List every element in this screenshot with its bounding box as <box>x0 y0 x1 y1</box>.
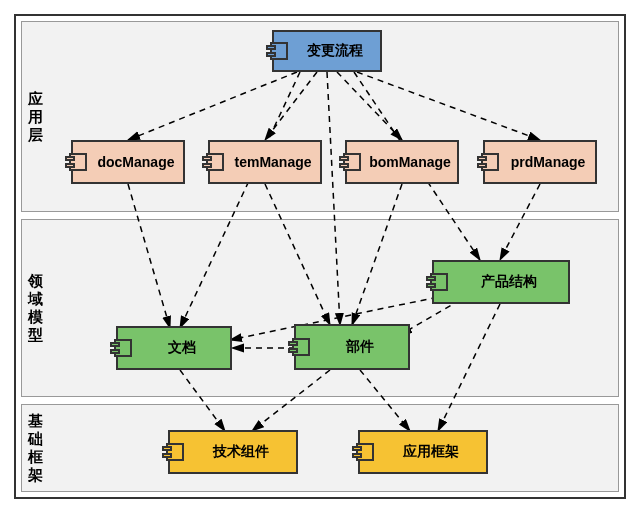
comp-temManage: temManage <box>208 140 322 184</box>
component-icon <box>65 153 87 171</box>
comp-product-label: 产品结构 <box>481 273 537 291</box>
comp-change: 变更流程 <box>272 30 382 72</box>
layer-app-title: 应用层 <box>28 90 46 144</box>
comp-bomManage: bomManage <box>345 140 459 184</box>
comp-tech-label: 技术组件 <box>213 443 269 461</box>
layer-infra-title-text: 基础框架 <box>28 412 46 484</box>
comp-docManage-label: docManage <box>97 154 174 170</box>
comp-product: 产品结构 <box>432 260 570 304</box>
component-icon <box>162 443 184 461</box>
component-icon <box>339 153 361 171</box>
layer-domain-title-text: 领域模型 <box>28 272 46 344</box>
component-icon <box>202 153 224 171</box>
comp-prdManage-label: prdManage <box>511 154 586 170</box>
diagram-stage: 应用层 领域模型 基础框架 <box>0 0 640 513</box>
comp-part-label: 部件 <box>346 338 374 356</box>
component-icon <box>288 338 310 356</box>
comp-tech: 技术组件 <box>168 430 298 474</box>
comp-temManage-label: temManage <box>234 154 311 170</box>
comp-appfw-label: 应用框架 <box>403 443 459 461</box>
component-icon <box>266 42 288 60</box>
comp-appfw: 应用框架 <box>358 430 488 474</box>
component-icon <box>426 273 448 291</box>
layer-domain-title: 领域模型 <box>28 272 46 344</box>
comp-part: 部件 <box>294 324 410 370</box>
comp-docManage: docManage <box>71 140 185 184</box>
comp-change-label: 变更流程 <box>307 42 363 60</box>
layer-domain: 领域模型 <box>21 219 619 397</box>
layer-infra-title: 基础框架 <box>28 412 46 484</box>
comp-doc: 文档 <box>116 326 232 370</box>
layer-app-title-text: 应用层 <box>28 90 46 144</box>
layer-infra: 基础框架 <box>21 404 619 492</box>
comp-bomManage-label: bomManage <box>369 154 451 170</box>
component-icon <box>477 153 499 171</box>
comp-prdManage: prdManage <box>483 140 597 184</box>
component-icon <box>352 443 374 461</box>
component-icon <box>110 339 132 357</box>
comp-doc-label: 文档 <box>168 339 196 357</box>
